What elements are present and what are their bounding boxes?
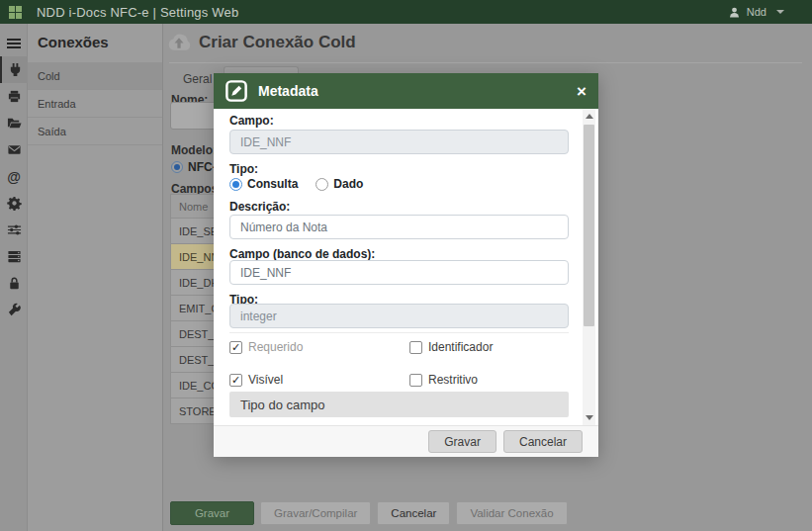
- scrollbar-thumb[interactable]: [584, 125, 594, 326]
- modal-header: Metadata ×: [214, 73, 598, 109]
- radio-dado[interactable]: Dado: [316, 177, 363, 191]
- checkbox-checked-icon: ✓: [229, 341, 242, 354]
- checkbox-identificador[interactable]: Identificador: [409, 339, 493, 355]
- checkbox-requerido[interactable]: ✓ Requerido: [229, 339, 409, 355]
- campo-db-label: Campo (banco de dados):: [229, 247, 375, 261]
- checkbox-visivel[interactable]: ✓ Visível: [229, 372, 409, 388]
- modal-body: Campo: Tipo: Consulta Dado Descrição: Ca…: [214, 109, 598, 425]
- divider: [229, 332, 569, 333]
- modal-cancelar-button[interactable]: Cancelar: [503, 430, 583, 453]
- modal-title: Metadata: [258, 83, 318, 99]
- section-header-tipo-do-campo[interactable]: Tipo do campo: [229, 392, 569, 417]
- modal-scrollbar[interactable]: [583, 109, 595, 425]
- radio-dado-label: Dado: [333, 177, 363, 191]
- checkbox-identificador-label: Identificador: [428, 340, 493, 354]
- checkbox-visivel-label: Visível: [248, 373, 283, 387]
- descricao-input[interactable]: [229, 215, 569, 239]
- radio-consulta-label: Consulta: [247, 177, 298, 191]
- checkbox-unchecked-icon: [409, 374, 422, 387]
- radio-icon: [229, 178, 242, 191]
- tipo-label: Tipo:: [229, 162, 258, 176]
- checkbox-checked-icon: ✓: [229, 374, 242, 387]
- checkbox-requerido-label: Requerido: [248, 340, 303, 354]
- checkbox-restritivo[interactable]: Restritivo: [409, 372, 478, 388]
- metadata-modal: Metadata × Campo: Tipo: Consulta Dado De…: [214, 73, 598, 457]
- scroll-up-icon[interactable]: [583, 110, 595, 123]
- edit-icon: [226, 80, 247, 102]
- radio-consulta[interactable]: Consulta: [229, 177, 298, 191]
- app-window: NDD i-Docs NFC-e | Settings Web Ndd @: [0, 0, 812, 531]
- checkbox-restritivo-label: Restritivo: [428, 373, 478, 387]
- checkbox-row: ✓ Visível Restritivo: [229, 372, 569, 388]
- campo-db-input[interactable]: [229, 260, 569, 285]
- modal-gravar-button[interactable]: Gravar: [428, 430, 496, 453]
- tipo-radio-group: Consulta Dado: [229, 177, 363, 191]
- campo-input[interactable]: [229, 130, 569, 154]
- modal-footer: Gravar Cancelar: [214, 425, 598, 457]
- checkbox-unchecked-icon: [409, 341, 422, 354]
- tipo-campo-input[interactable]: [229, 304, 569, 328]
- checkbox-row: ✓ Requerido Identificador: [229, 339, 569, 355]
- campo-label: Campo:: [229, 114, 274, 128]
- descricao-label: Descrição:: [229, 200, 290, 214]
- radio-icon: [316, 178, 328, 191]
- scroll-down-icon[interactable]: [583, 411, 595, 424]
- close-icon[interactable]: ×: [577, 83, 586, 100]
